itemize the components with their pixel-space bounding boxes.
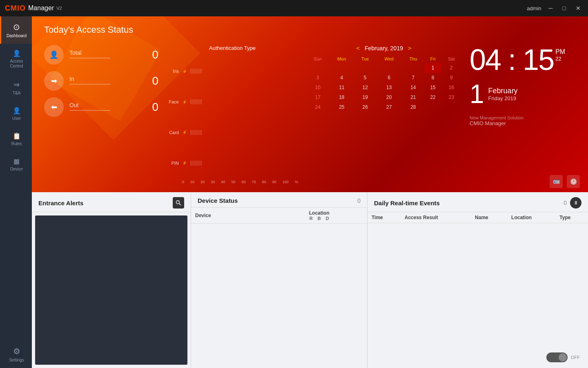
settings-icon: ⚙ [13,346,20,356]
calendar-day[interactable]: 27 [376,102,402,112]
svg-line-1 [179,204,181,206]
toggle-switch[interactable] [546,352,568,362]
device-count: 0 [357,197,361,204]
calendar-day[interactable]: 26 [354,102,376,112]
face-bar [190,98,298,106]
alerts-search-button[interactable] [173,197,184,209]
calendar-day[interactable]: 6 [376,73,402,83]
calendar-day[interactable]: 19 [354,92,376,102]
brand-line: New Management Solution [470,115,523,120]
events-pause-button[interactable]: ⏸ [570,197,581,209]
calendar-day[interactable]: 25 [329,102,354,112]
calendar-day[interactable]: 10 [306,83,329,92]
calendar-day [441,102,461,112]
chart-row-card: Card ⚡ [167,128,298,137]
minimize-button[interactable]: ─ [546,4,555,12]
device-col-device: Device [191,208,272,224]
sidebar-item-ta[interactable]: ⇒ T&A [0,74,32,101]
close-button[interactable]: ✕ [573,4,583,12]
logo-v2: V2 [56,6,62,11]
calendar-day[interactable]: 7 [402,73,424,83]
calendar-section: < February, 2019 > Sun Mon Tue Wed Thu [306,45,461,184]
calendar-day[interactable]: 9 [441,73,461,83]
calendar-grid: Sun Mon Tue Wed Thu Fri Sat 123456789101… [306,55,461,112]
calendar-day[interactable]: 4 [329,73,354,83]
calendar-day[interactable]: 21 [402,92,424,102]
calendar-day[interactable]: 18 [329,92,354,102]
sidebar-item-settings[interactable]: ⚙ Settings [0,341,32,368]
calendar-next-button[interactable]: > [408,45,411,52]
cal-header-thu: Thu [402,55,424,63]
calendar-month-title: February, 2019 [365,45,403,52]
calendar-day[interactable]: 20 [376,92,402,102]
sidebar-label-access-control: AccessControl [10,59,23,69]
events-content: Time Access Result Name Location Type [368,212,588,368]
chart-row-face: Face ⚡ [167,98,298,106]
title-bar: CMIO Manager V2 admin ─ □ ✕ [0,0,588,16]
cal-header-sat: Sat [441,55,461,63]
calendar-day [329,63,354,73]
in-info: In [69,76,146,86]
clock-display: 04 : 15 PM 22 [470,45,565,74]
device-header: Device Status 0 [191,192,367,208]
stats-section: 👤 Total 0 ➡ In 0 [44,45,158,184]
chart-x-axis: 0 10 20 30 40 50 60 70 80 90 100 % [167,180,298,184]
sidebar-item-device[interactable]: ▦ Device [0,152,32,177]
iris-bar [190,67,298,75]
sidebar-label-dashboard: Dashboard [7,34,27,38]
sidebar-label-settings: Settings [9,358,24,362]
total-label: Total [69,49,146,56]
events-count: 0 [564,200,567,206]
face-label: Face [167,99,179,104]
location-header-label: Location [276,210,363,216]
calendar-day[interactable]: 1 [424,63,441,73]
sidebar-label-rules: Rules [11,141,22,146]
calendar-day[interactable]: 5 [354,73,376,83]
calendar-day[interactable]: 13 [376,83,402,92]
calendar-day[interactable]: 15 [424,83,441,92]
maximize-button[interactable]: □ [560,4,568,12]
stat-in: ➡ In 0 [44,71,158,91]
device-icon: ▦ [13,157,20,165]
chart-row-pin: PIN ⚡ [167,159,298,167]
sidebar-label-user: User [12,116,21,121]
calendar-prev-button[interactable]: < [356,45,360,52]
clock-time: 04 : 15 [470,45,554,74]
in-icon: ➡ [44,71,64,91]
calendar-day[interactable]: 3 [306,73,329,83]
location-sub-headers: R B D [276,216,363,221]
entrance-alerts-panel: Entrance Alerts [32,192,191,368]
stat-total: 👤 Total 0 [44,45,158,65]
events-col-type: Type [555,212,588,223]
calendar-day[interactable]: 17 [306,92,329,102]
calendar-day[interactable]: 12 [354,83,376,92]
sidebar-item-dashboard[interactable]: ⊙ Dashboard [0,16,32,44]
calendar-day [306,63,329,73]
calendar-day[interactable]: 23 [441,92,461,102]
pin-lightning: ⚡ [182,161,187,165]
calendar-day[interactable]: 22 [424,92,441,102]
chart-row-iris: Iris ⚡ [167,67,298,75]
sidebar-item-user[interactable]: 👤 User [0,101,32,126]
calendar-day[interactable]: 28 [402,102,424,112]
loc-r: R [310,216,313,221]
search-icon [176,200,181,206]
calendar-day[interactable]: 8 [424,73,441,83]
pin-label: PIN [167,161,179,166]
main-layout: ⊙ Dashboard 👤 AccessControl ⇒ T&A 👤 User… [0,16,588,368]
calendar-day[interactable]: 24 [306,102,329,112]
device-title: Device Status [198,197,238,204]
events-col-time: Time [368,212,401,223]
calendar-day[interactable]: 2 [441,63,461,73]
clock-date-info: 1 February Friday 2019 [470,81,518,107]
iris-lightning: ⚡ [182,69,187,74]
sidebar-item-access-control[interactable]: 👤 AccessControl [0,44,32,74]
admin-label: admin [527,5,541,11]
clock-month: February [488,87,518,95]
sidebar-item-rules[interactable]: 📋 Rules [0,126,32,152]
calendar-day[interactable]: 16 [441,83,461,92]
top-panel-body: 👤 Total 0 ➡ In 0 [44,45,576,184]
calendar-day[interactable]: 11 [329,83,354,92]
calendar-day[interactable]: 14 [402,83,424,92]
logo-area: CMIO Manager V2 [5,4,62,13]
